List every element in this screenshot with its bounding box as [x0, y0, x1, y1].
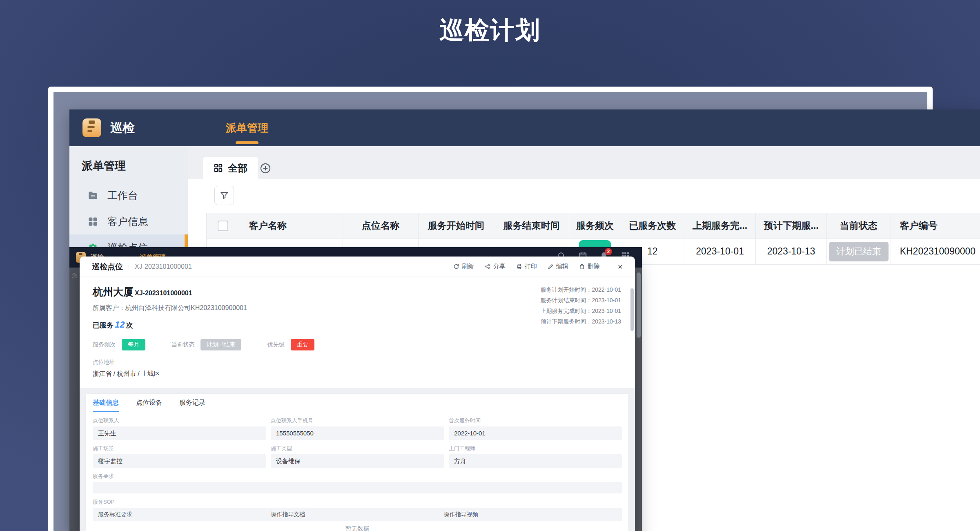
toolbar-label: 删除	[588, 263, 600, 270]
badge-row: 服务频次 每月 当前状态 计划已结束 优先级 重要	[93, 339, 622, 350]
filter-button[interactable]	[214, 186, 234, 205]
status-badge: 计划已结束	[200, 339, 241, 350]
filter-funnel-icon	[220, 191, 229, 200]
tab-basic-info[interactable]: 基础信息	[93, 399, 119, 412]
schedule-value: 2023-10-13	[592, 318, 621, 325]
sop-col-header: 服务标准要求	[98, 511, 271, 518]
address-label: 点位地址	[93, 359, 622, 366]
tab-service-records[interactable]: 服务记录	[179, 399, 205, 412]
tab-all-label: 全部	[228, 162, 247, 175]
select-all-checkbox[interactable]	[218, 221, 228, 231]
col-header: 服务结束时间	[494, 213, 569, 239]
active-nav-underline	[236, 141, 258, 144]
share-icon	[485, 263, 491, 270]
schedule-label: 服务计划结束时间：	[540, 297, 592, 303]
view-grid-icon	[214, 163, 223, 173]
toolbar-label: 分享	[493, 263, 506, 270]
sidebar-item-label: 客户信息	[107, 215, 148, 228]
field-value: 设备维保	[271, 454, 444, 468]
dialog-scrollbar[interactable]	[630, 288, 634, 331]
nav-item-label: 派单管理	[226, 121, 268, 135]
form-field: 施工场景楼宇监控	[93, 440, 266, 468]
schedule-line: 预计下期服务时间：2023-10-13	[540, 316, 621, 327]
app-name: 巡检	[110, 120, 135, 136]
field-label: 上门工程师	[449, 445, 622, 452]
col-header: 上期服务完...	[684, 213, 755, 239]
service-schedule: 服务计划开始时间：2022-10-01 服务计划结束时间：2023-10-01 …	[540, 284, 621, 327]
delete-button[interactable]: 删除	[579, 263, 600, 270]
tab-all[interactable]: 全部	[203, 157, 258, 179]
schedule-line: 服务计划结束时间：2023-10-01	[540, 295, 621, 306]
dialog-toolbar: 刷新 分享 打印 编辑 删除 ×	[453, 262, 623, 272]
field-label: 施工场景	[93, 445, 266, 452]
priority-badge: 重要	[291, 339, 314, 350]
print-button[interactable]: 打印	[516, 263, 537, 270]
page-title: 巡检计划	[0, 14, 980, 47]
served-suffix: 次	[126, 321, 133, 329]
col-header: 服务开始时间	[419, 213, 494, 239]
cell-next-service: 2023-10-13	[756, 239, 827, 265]
sidebar-item-customers[interactable]: 客户信息	[69, 208, 188, 234]
schedule-label: 服务计划开始时间：	[540, 286, 592, 293]
sidebar-header: 派单管理	[69, 146, 188, 182]
grid-icon	[87, 216, 98, 227]
header-checkbox-cell	[207, 213, 240, 239]
badge-label: 服务频次	[93, 341, 116, 348]
served-prefix: 已服务	[93, 321, 114, 329]
form-grid-row-1: 点位联系人王先生 点位联系人手机号15550555050 首次服务时间2022-…	[93, 412, 622, 440]
share-button[interactable]: 分享	[485, 263, 506, 270]
close-icon[interactable]: ×	[618, 262, 623, 272]
col-header: 客户编号	[891, 213, 980, 239]
service-requirement-value	[93, 482, 622, 493]
badge-label: 优先级	[267, 341, 285, 348]
toolbar-label: 编辑	[556, 263, 568, 270]
nav-item-dispatch[interactable]: 派单管理	[226, 109, 268, 146]
form-field: 上门工程师方舟	[449, 440, 622, 468]
sop-col-header: 操作指导文档	[271, 511, 443, 518]
overlay-sidebar-sliver: 派	[69, 268, 80, 531]
sop-empty-state: 暂无数据	[93, 521, 622, 531]
form-grid-row-2: 施工场景楼宇监控 施工类型设备维保 上门工程师方舟	[93, 440, 622, 468]
sop-col-header: 操作指导视频	[444, 511, 617, 518]
sop-table-header: 服务标准要求 操作指导文档 操作指导视频	[93, 508, 622, 521]
toolbar-label: 刷新	[462, 263, 474, 270]
schedule-value: 2023-10-01	[592, 308, 621, 314]
cell-status: 计划已结束	[826, 239, 891, 265]
field-value: 王先生	[93, 426, 266, 440]
sidebar-item-workbench[interactable]: 工作台	[69, 182, 188, 208]
col-header: 点位名称	[343, 213, 418, 239]
field-label: 施工类型	[271, 445, 444, 452]
dialog-header: 巡检点位 XJ-2023101000001 刷新 分享 打印 编辑 删除 ×	[80, 257, 635, 277]
table-header-row: 客户名称 点位名称 服务开始时间 服务结束时间 服务频次 已服务次数 上期服务完…	[207, 213, 980, 239]
refresh-button[interactable]: 刷新	[453, 263, 474, 270]
overlay-scrollbar[interactable]	[637, 272, 641, 338]
main-navbar: 巡检 派单管理	[69, 109, 980, 146]
address-value: 浙江省 / 杭州市 / 上城区	[93, 370, 622, 378]
print-icon	[516, 263, 522, 270]
edit-button[interactable]: 编辑	[548, 263, 568, 270]
add-view-button[interactable]	[260, 163, 271, 174]
schedule-label: 预计下期服务时间：	[540, 318, 592, 325]
col-header: 当前状态	[826, 213, 891, 239]
detail-tabs: 基础信息 点位设备 服务记录	[93, 399, 622, 412]
cell-last-service: 2023-10-01	[684, 239, 755, 265]
title-divider	[129, 263, 129, 270]
toolbar-label: 打印	[525, 263, 537, 270]
tab-point-devices[interactable]: 点位设备	[136, 399, 162, 412]
point-code: XJ-2023101000001	[135, 290, 192, 297]
plus-icon	[260, 163, 271, 174]
field-label: 首次服务时间	[449, 417, 622, 424]
clipboard-logo-icon	[82, 118, 101, 137]
record-code: XJ-2023101000001	[135, 263, 192, 270]
delete-icon	[579, 263, 585, 270]
point-name: 杭州大厦	[93, 286, 134, 297]
field-label: 点位联系人手机号	[271, 417, 444, 424]
schedule-line: 上期服务完成时间：2023-10-01	[540, 306, 621, 316]
form-field: 施工类型设备维保	[271, 440, 444, 468]
dialog-info-section: 杭州大厦XJ-2023101000001 所属客户：杭州白泽科技有限公司KH20…	[80, 277, 635, 388]
schedule-value: 2022-10-01	[592, 286, 621, 293]
inspection-point-dialog: 巡检点位 XJ-2023101000001 刷新 分享 打印 编辑 删除 ×	[80, 257, 635, 531]
notification-badge: 2	[605, 248, 612, 255]
sidebar-item-label: 工作台	[107, 189, 138, 202]
detail-card: 基础信息 点位设备 服务记录 点位联系人王先生 点位联系人手机号15550555…	[86, 394, 628, 531]
